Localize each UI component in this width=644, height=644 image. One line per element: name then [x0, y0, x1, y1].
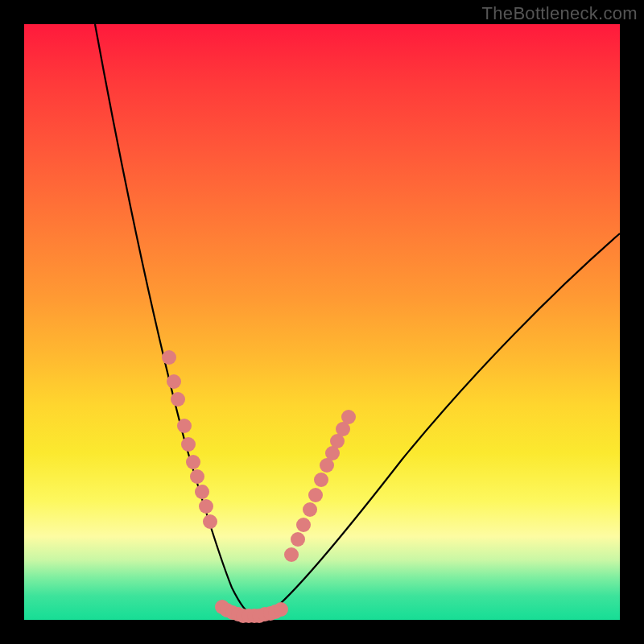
svg-point-27 — [314, 473, 328, 487]
svg-point-9 — [203, 514, 217, 529]
svg-point-1 — [167, 374, 181, 389]
svg-point-24 — [296, 518, 311, 532]
svg-point-23 — [291, 532, 305, 547]
plot-area — [24, 24, 620, 620]
svg-point-22 — [284, 547, 299, 562]
left-cluster-dots — [162, 350, 217, 529]
svg-point-0 — [162, 350, 176, 365]
svg-point-26 — [308, 488, 323, 502]
svg-point-32 — [341, 410, 356, 424]
svg-point-8 — [199, 499, 213, 514]
svg-point-4 — [181, 437, 196, 452]
svg-point-25 — [303, 502, 317, 517]
svg-point-3 — [177, 419, 192, 433]
svg-point-5 — [186, 455, 200, 469]
watermark: TheBottleneck.com — [482, 3, 638, 24]
svg-point-7 — [195, 485, 209, 499]
right-cluster-dots — [284, 410, 356, 562]
chart-frame: TheBottleneck.com — [0, 0, 644, 644]
bottleneck-curve — [95, 24, 620, 617]
valley-dots — [215, 600, 288, 623]
chart-svg — [24, 24, 620, 620]
svg-point-6 — [190, 469, 204, 484]
svg-point-21 — [274, 602, 288, 617]
svg-point-2 — [171, 392, 185, 407]
